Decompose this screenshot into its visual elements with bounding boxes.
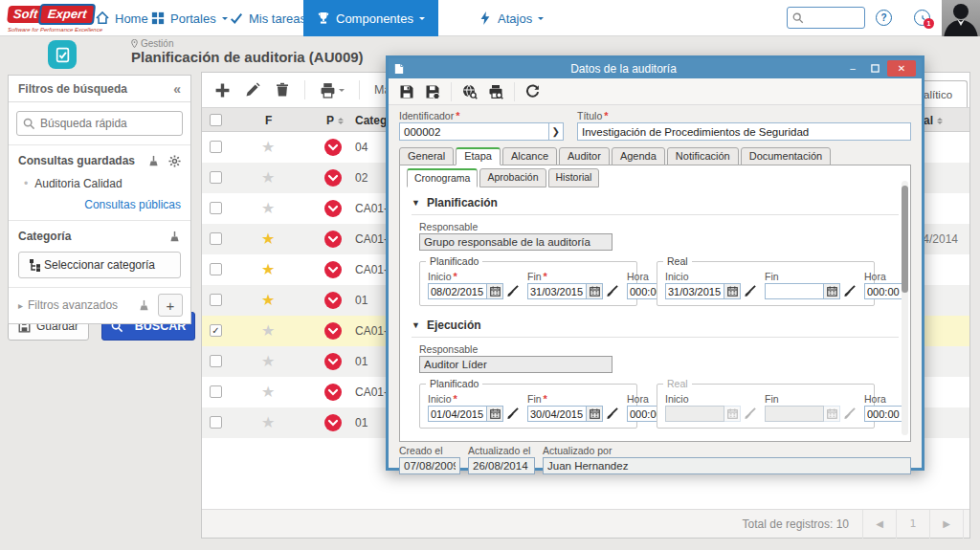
- quick-search-input[interactable]: [40, 117, 176, 130]
- current-page[interactable]: 1: [897, 510, 930, 539]
- subtab-cronograma[interactable]: Cronograma: [407, 168, 478, 187]
- clear-filter-icon[interactable]: [147, 155, 160, 167]
- planificacion-header[interactable]: ▼Planificación: [412, 192, 899, 215]
- previous-page-button[interactable]: ◀: [863, 510, 897, 539]
- clear-field-icon[interactable]: [744, 407, 756, 420]
- clear-field-icon[interactable]: [506, 407, 519, 420]
- row-checkbox[interactable]: [210, 263, 222, 275]
- clear-field-icon[interactable]: [843, 407, 856, 420]
- row-checkbox[interactable]: [210, 171, 222, 184]
- inicio-input[interactable]: [665, 406, 724, 422]
- print-preview-button[interactable]: [488, 84, 503, 99]
- print-button[interactable]: [320, 82, 345, 99]
- refresh-button[interactable]: [525, 84, 540, 99]
- hora-input[interactable]: [864, 406, 904, 422]
- favorite-star-icon[interactable]: ★: [261, 413, 275, 431]
- favorite-star-icon[interactable]: ★: [261, 383, 275, 401]
- row-checkbox[interactable]: [210, 294, 222, 306]
- calendar-icon[interactable]: [587, 283, 603, 299]
- lookup-arrow-button[interactable]: ❯: [549, 122, 564, 141]
- next-page-button[interactable]: ▶: [930, 510, 964, 539]
- delete-record-button[interactable]: [275, 82, 290, 98]
- calendar-icon[interactable]: [824, 406, 840, 422]
- scrollbar-thumb[interactable]: [902, 186, 908, 293]
- save-and-close-button[interactable]: [425, 84, 440, 99]
- inicio-input[interactable]: [428, 283, 487, 299]
- tab-alcance[interactable]: Alcance: [502, 147, 557, 165]
- select-category-button[interactable]: Seleccionar categoría: [18, 252, 181, 278]
- dialog-titlebar[interactable]: Datos de la auditoría – ✕: [389, 58, 922, 78]
- tab-notificación[interactable]: Notificación: [667, 147, 739, 165]
- add-record-button[interactable]: [214, 82, 231, 99]
- save-button[interactable]: [399, 84, 414, 99]
- clear-field-icon[interactable]: [606, 407, 618, 420]
- user-avatar[interactable]: [942, 0, 980, 36]
- favorite-star-icon[interactable]: ★: [261, 138, 275, 156]
- favorite-star-icon[interactable]: ★: [261, 260, 275, 278]
- global-search-box[interactable]: [787, 7, 865, 29]
- advanced-filters-row[interactable]: ▸ Filtros avanzados +: [9, 287, 190, 323]
- tab-documentación[interactable]: Documentación: [741, 147, 831, 165]
- tab-etapa[interactable]: Etapa: [456, 147, 501, 165]
- fin-input[interactable]: [527, 283, 587, 299]
- nav-componentes[interactable]: Componentes: [303, 0, 438, 36]
- quick-search-box[interactable]: [16, 111, 183, 136]
- nav-portales[interactable]: Portales: [151, 0, 228, 36]
- row-checkbox[interactable]: [210, 385, 222, 398]
- clear-filter-icon[interactable]: [168, 231, 181, 243]
- collapse-panel-icon[interactable]: «: [173, 81, 181, 97]
- calendar-icon[interactable]: [487, 283, 503, 299]
- minimize-button[interactable]: –: [843, 61, 862, 77]
- row-checkbox[interactable]: [210, 141, 222, 153]
- favorite-star-icon[interactable]: ★: [261, 352, 275, 370]
- global-search-input[interactable]: [808, 12, 859, 24]
- calendar-icon[interactable]: [587, 406, 603, 422]
- notifications-clock-icon[interactable]: 1: [914, 10, 930, 26]
- inicio-input[interactable]: [665, 283, 724, 299]
- row-checkbox[interactable]: [210, 202, 222, 214]
- edit-record-button[interactable]: [245, 82, 260, 98]
- tab-general[interactable]: General: [399, 147, 454, 165]
- subtab-aprobación[interactable]: Aprobación: [479, 168, 546, 187]
- favorite-star-icon[interactable]: ★: [261, 291, 275, 309]
- add-filter-button[interactable]: +: [158, 294, 183, 317]
- gear-icon[interactable]: [168, 155, 181, 167]
- clear-field-icon[interactable]: [744, 285, 756, 297]
- nav-home[interactable]: Home: [96, 0, 148, 36]
- clear-filter-icon[interactable]: [138, 299, 150, 312]
- ejecucion-header[interactable]: ▼Ejecución: [412, 315, 899, 338]
- hora-input[interactable]: [864, 283, 904, 299]
- panel-scrollbar[interactable]: [902, 181, 908, 435]
- fin-input[interactable]: [527, 406, 587, 422]
- subtab-historial[interactable]: Historial: [548, 168, 600, 187]
- column-favorite[interactable]: F: [265, 114, 272, 127]
- favorite-star-icon[interactable]: ★: [261, 168, 275, 187]
- tab-auditor[interactable]: Auditor: [559, 147, 610, 165]
- calendar-icon[interactable]: [824, 283, 840, 299]
- clear-field-icon[interactable]: [506, 285, 519, 297]
- saved-query-item[interactable]: •Auditoria Calidad: [24, 177, 181, 190]
- select-all-checkbox[interactable]: [210, 114, 222, 126]
- row-checkbox[interactable]: [210, 416, 222, 429]
- calendar-icon[interactable]: [724, 283, 741, 299]
- calendar-icon[interactable]: [724, 406, 741, 422]
- column-priority[interactable]: P: [326, 114, 344, 127]
- row-checkbox[interactable]: ✓: [210, 324, 222, 337]
- clear-field-icon[interactable]: [606, 285, 618, 297]
- nav-atajos[interactable]: Atajos: [479, 0, 544, 36]
- row-checkbox[interactable]: [210, 232, 222, 245]
- clear-field-icon[interactable]: [843, 285, 856, 297]
- finalizacion-header[interactable]: ▼Finalización: [412, 437, 899, 442]
- favorite-star-icon[interactable]: ★: [261, 199, 275, 217]
- favorite-star-icon[interactable]: ★: [261, 230, 275, 248]
- identificador-input[interactable]: [399, 122, 549, 141]
- calendar-icon[interactable]: [487, 406, 503, 422]
- titulo-input[interactable]: [577, 122, 911, 141]
- inicio-input[interactable]: [428, 406, 487, 422]
- row-checkbox[interactable]: [210, 355, 222, 367]
- public-queries-link[interactable]: Consultas públicas: [18, 198, 181, 211]
- close-button[interactable]: ✕: [887, 60, 916, 77]
- maximize-button[interactable]: [865, 61, 884, 77]
- view-search-button[interactable]: [462, 84, 478, 99]
- fin-input[interactable]: [765, 406, 824, 422]
